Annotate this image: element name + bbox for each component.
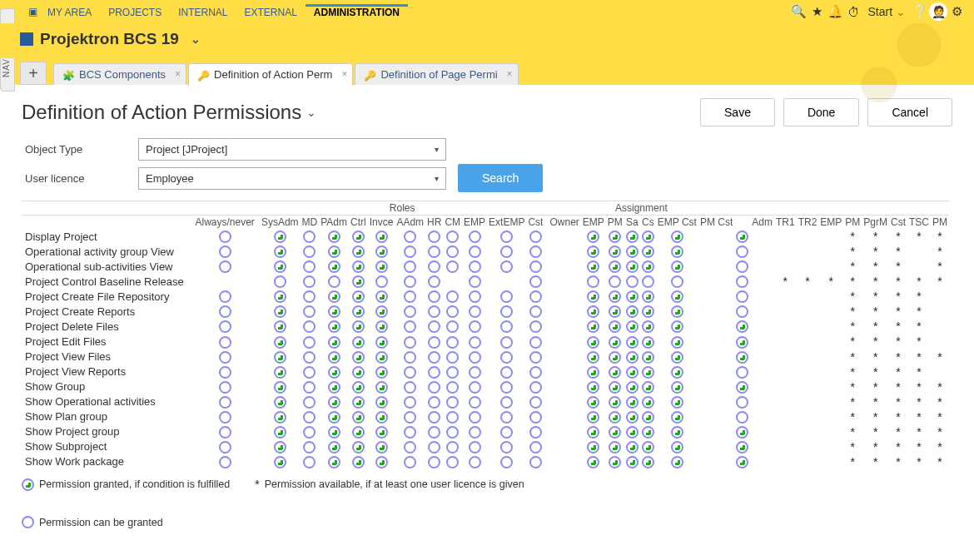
permission-granted-icon[interactable]	[671, 336, 683, 349]
permission-empty-icon[interactable]	[500, 426, 513, 439]
permission-granted-icon[interactable]	[274, 336, 286, 349]
permission-granted-icon[interactable]	[274, 260, 286, 273]
permission-empty-icon[interactable]	[404, 230, 416, 243]
permission-granted-icon[interactable]	[274, 320, 286, 333]
permission-empty-icon[interactable]	[428, 260, 440, 273]
permission-granted-icon[interactable]	[736, 441, 748, 453]
permission-empty-icon[interactable]	[609, 275, 621, 288]
permission-granted-icon[interactable]	[328, 441, 340, 453]
permission-empty-icon[interactable]	[469, 275, 481, 288]
permission-granted-icon[interactable]	[587, 426, 599, 439]
permission-granted-icon[interactable]	[328, 396, 340, 409]
permission-granted-icon[interactable]	[587, 396, 599, 409]
permission-empty-icon[interactable]	[446, 411, 459, 424]
permission-granted-icon[interactable]	[375, 320, 388, 333]
permission-empty-icon[interactable]	[500, 320, 513, 333]
permission-granted-icon[interactable]	[375, 381, 388, 394]
permission-empty-icon[interactable]	[404, 426, 416, 439]
permission-empty-icon[interactable]	[428, 456, 440, 468]
permission-granted-icon[interactable]	[642, 441, 654, 453]
permission-empty-icon[interactable]	[469, 396, 481, 409]
permission-granted-icon[interactable]	[626, 381, 639, 394]
permission-granted-icon[interactable]	[587, 441, 599, 453]
permission-granted-icon[interactable]	[587, 411, 599, 424]
permission-granted-icon[interactable]	[328, 426, 340, 439]
permission-empty-icon[interactable]	[428, 396, 440, 409]
permission-granted-icon[interactable]	[352, 275, 365, 288]
permission-granted-icon[interactable]	[375, 245, 388, 258]
permission-empty-icon[interactable]	[500, 411, 513, 424]
permission-granted-icon[interactable]	[375, 230, 388, 243]
permission-granted-icon[interactable]	[274, 396, 286, 409]
permission-granted-icon[interactable]	[609, 366, 621, 379]
permission-granted-icon[interactable]	[642, 320, 654, 333]
permission-empty-icon[interactable]	[428, 426, 440, 439]
permission-empty-icon[interactable]	[219, 396, 231, 409]
permission-granted-icon[interactable]	[626, 305, 639, 318]
permission-granted-icon[interactable]	[328, 320, 340, 333]
permission-empty-icon[interactable]	[529, 336, 542, 349]
permission-empty-icon[interactable]	[529, 260, 542, 273]
permission-empty-icon[interactable]	[428, 366, 440, 379]
permission-empty-icon[interactable]	[500, 305, 513, 318]
permission-empty-icon[interactable]	[500, 336, 513, 349]
permission-empty-icon[interactable]	[500, 366, 513, 379]
permission-empty-icon[interactable]	[404, 245, 416, 258]
permission-empty-icon[interactable]	[500, 456, 513, 468]
close-icon[interactable]: ×	[341, 68, 347, 80]
permission-granted-icon[interactable]	[352, 366, 365, 379]
permission-granted-icon[interactable]	[587, 230, 599, 243]
permission-empty-icon[interactable]	[404, 275, 416, 288]
permission-granted-icon[interactable]	[352, 381, 365, 394]
permission-empty-icon[interactable]	[469, 456, 481, 468]
permission-empty-icon[interactable]	[736, 305, 748, 318]
permission-granted-icon[interactable]	[642, 411, 654, 424]
permission-granted-icon[interactable]	[736, 336, 748, 349]
permission-empty-icon[interactable]	[404, 456, 416, 468]
permission-granted-icon[interactable]	[609, 336, 621, 349]
permission-granted-icon[interactable]	[274, 351, 286, 364]
permission-empty-icon[interactable]	[428, 441, 440, 453]
new-tab-button[interactable]: +	[20, 62, 47, 85]
permission-granted-icon[interactable]	[642, 456, 654, 468]
permission-granted-icon[interactable]	[328, 305, 340, 318]
close-icon[interactable]: ×	[507, 68, 513, 80]
permission-empty-icon[interactable]	[529, 290, 542, 303]
permission-empty-icon[interactable]	[500, 230, 513, 243]
permission-empty-icon[interactable]	[529, 275, 542, 288]
permission-granted-icon[interactable]	[328, 366, 340, 379]
permission-empty-icon[interactable]	[736, 245, 748, 258]
permission-empty-icon[interactable]	[469, 351, 481, 364]
permission-granted-icon[interactable]	[642, 351, 654, 364]
permission-granted-icon[interactable]	[609, 260, 621, 273]
permission-empty-icon[interactable]	[446, 320, 459, 333]
permission-empty-icon[interactable]	[446, 230, 459, 243]
permission-granted-icon[interactable]	[352, 336, 365, 349]
permission-empty-icon[interactable]	[303, 351, 316, 364]
permission-granted-icon[interactable]	[609, 230, 621, 243]
permission-granted-icon[interactable]	[352, 305, 365, 318]
permission-granted-icon[interactable]	[375, 426, 388, 439]
permission-empty-icon[interactable]	[428, 381, 440, 394]
permission-empty-icon[interactable]	[219, 441, 231, 453]
permission-empty-icon[interactable]	[446, 441, 459, 453]
permission-empty-icon[interactable]	[500, 245, 513, 258]
permission-empty-icon[interactable]	[428, 320, 440, 333]
permission-empty-icon[interactable]	[303, 426, 316, 439]
tab-definition-of-action-perm[interactable]: Definition of Action Perm×	[188, 63, 353, 86]
permission-granted-icon[interactable]	[375, 411, 388, 424]
permission-empty-icon[interactable]	[446, 336, 459, 349]
permission-granted-icon[interactable]	[375, 396, 388, 409]
permission-empty-icon[interactable]	[500, 396, 513, 409]
permission-granted-icon[interactable]	[642, 336, 654, 349]
permission-empty-icon[interactable]	[736, 396, 748, 409]
permission-empty-icon[interactable]	[529, 411, 542, 424]
permission-empty-icon[interactable]	[500, 351, 513, 364]
permission-empty-icon[interactable]	[219, 290, 231, 303]
permission-granted-icon[interactable]	[609, 290, 621, 303]
permission-empty-icon[interactable]	[428, 351, 440, 364]
permission-empty-icon[interactable]	[529, 245, 542, 258]
permission-granted-icon[interactable]	[626, 260, 639, 273]
permission-empty-icon[interactable]	[274, 275, 286, 288]
permission-empty-icon[interactable]	[529, 305, 542, 318]
